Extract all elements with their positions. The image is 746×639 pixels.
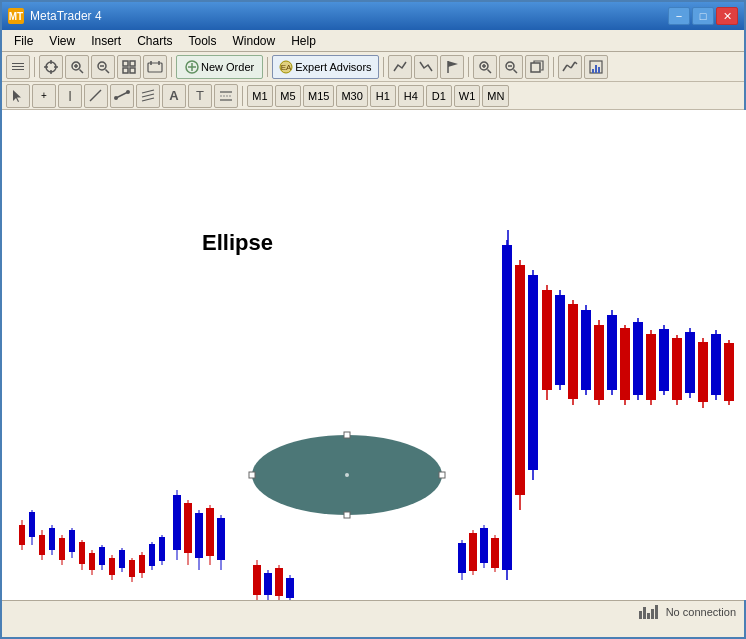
trend-line-tool[interactable] (110, 84, 134, 108)
new-order-label: New Order (201, 61, 254, 73)
svg-rect-142 (711, 334, 721, 395)
svg-rect-108 (491, 538, 499, 568)
svg-rect-96 (264, 573, 272, 595)
chart-flag-button[interactable] (440, 55, 464, 79)
svg-rect-124 (594, 325, 604, 400)
connection-status: No connection (666, 606, 736, 618)
menu-view[interactable]: View (41, 32, 83, 50)
line-tool[interactable]: | (58, 84, 82, 108)
timeframe-mn[interactable]: MN (482, 85, 509, 107)
crosshair-tool[interactable]: + (32, 84, 56, 108)
indicator2-button[interactable] (584, 55, 608, 79)
svg-line-27 (487, 69, 491, 73)
svg-rect-122 (581, 310, 591, 390)
svg-rect-94 (253, 565, 261, 595)
maximize-button[interactable]: □ (692, 7, 714, 25)
svg-rect-74 (119, 550, 125, 568)
menu-insert[interactable]: Insert (83, 32, 129, 50)
menu-window[interactable]: Window (225, 32, 284, 50)
svg-rect-102 (458, 543, 466, 573)
chart-up-button[interactable] (388, 55, 412, 79)
svg-rect-88 (195, 513, 203, 558)
svg-line-36 (571, 62, 575, 68)
diagonal-line-tool[interactable] (84, 84, 108, 108)
svg-rect-84 (173, 495, 181, 550)
fib-tool[interactable] (214, 84, 238, 108)
svg-rect-106 (480, 528, 488, 563)
separator-t1 (242, 86, 243, 106)
svg-rect-56 (29, 512, 35, 537)
svg-rect-72 (109, 558, 115, 575)
chart-bars-icon (639, 605, 658, 619)
svg-rect-80 (149, 544, 155, 566)
expert-advisors-button[interactable]: EA Expert Advisors (272, 55, 378, 79)
svg-rect-100 (286, 578, 294, 598)
timeframe-m1[interactable]: M1 (247, 85, 273, 107)
svg-rect-134 (659, 329, 669, 391)
chart-restore-button[interactable] (525, 55, 549, 79)
svg-rect-60 (49, 528, 55, 550)
timeframe-h4[interactable]: H4 (398, 85, 424, 107)
menu-help[interactable]: Help (283, 32, 324, 50)
svg-rect-148 (344, 512, 350, 518)
zoom-chart-in-button[interactable] (473, 55, 497, 79)
menu-charts[interactable]: Charts (129, 32, 180, 50)
svg-rect-14 (123, 68, 128, 73)
svg-line-37 (575, 62, 577, 64)
svg-rect-104 (469, 533, 477, 571)
zoom-out-button[interactable] (91, 55, 115, 79)
crosshair-button[interactable] (39, 55, 63, 79)
svg-rect-33 (531, 63, 540, 72)
properties-button[interactable] (117, 55, 141, 79)
svg-rect-120 (568, 304, 578, 399)
svg-rect-54 (19, 525, 25, 545)
timeframe-d1[interactable]: D1 (426, 85, 452, 107)
channel-tool[interactable] (136, 84, 160, 108)
chart-area[interactable]: Ellipse (2, 110, 746, 600)
timeframe-m30[interactable]: M30 (336, 85, 367, 107)
zoom-chart-out-button[interactable] (499, 55, 523, 79)
close-button[interactable]: ✕ (716, 7, 738, 25)
minimize-button[interactable]: − (668, 7, 690, 25)
timeframe-w1[interactable]: W1 (454, 85, 481, 107)
svg-rect-110 (502, 245, 512, 570)
indicator1-button[interactable] (558, 55, 582, 79)
window-frame: MT MetaTrader 4 − □ ✕ File View Insert C… (0, 0, 746, 639)
svg-rect-132 (646, 334, 656, 400)
separator1 (34, 57, 35, 77)
menu-tools[interactable]: Tools (181, 32, 225, 50)
timeframe-h1[interactable]: H1 (370, 85, 396, 107)
timeframe-m5[interactable]: M5 (275, 85, 301, 107)
svg-rect-138 (685, 332, 695, 393)
svg-rect-118 (555, 295, 565, 385)
separator5 (468, 57, 469, 77)
svg-rect-76 (129, 560, 135, 577)
svg-marker-42 (13, 90, 21, 102)
svg-point-46 (126, 90, 130, 94)
bar5 (655, 605, 658, 619)
ellipse-label: Ellipse (202, 230, 273, 256)
svg-rect-128 (620, 328, 630, 400)
svg-line-44 (116, 92, 128, 98)
timeframe-m15[interactable]: M15 (303, 85, 334, 107)
chart-down-button[interactable] (414, 55, 438, 79)
new-order-button[interactable]: New Order (176, 55, 263, 79)
menu-file[interactable]: File (6, 32, 41, 50)
svg-rect-112 (515, 265, 525, 495)
zoom-in-button[interactable] (65, 55, 89, 79)
nav-button[interactable] (6, 55, 30, 79)
text-tool[interactable]: A (162, 84, 186, 108)
svg-line-49 (142, 98, 154, 101)
cursor-tool[interactable] (6, 84, 30, 108)
svg-line-6 (80, 69, 84, 73)
svg-line-10 (106, 69, 110, 73)
ellipse-shape[interactable] (247, 430, 447, 520)
bar3 (647, 613, 650, 619)
svg-rect-66 (79, 542, 85, 564)
history-button[interactable] (143, 55, 167, 79)
svg-rect-58 (39, 535, 45, 555)
title-bar: MT MetaTrader 4 − □ ✕ (2, 2, 744, 30)
bar4 (651, 609, 654, 619)
app-icon: MT (8, 8, 24, 24)
label-tool[interactable]: T (188, 84, 212, 108)
